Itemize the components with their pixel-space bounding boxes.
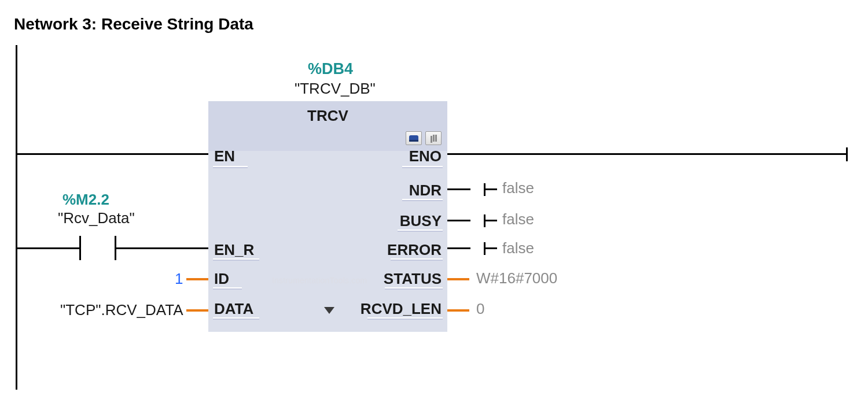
port-rcvd-len: RCVD_LEN	[361, 300, 442, 318]
value-data[interactable]: "TCP".RCV_DATA	[60, 301, 183, 319]
value-status: W#16#7000	[476, 269, 557, 287]
stub-rcvd-len	[447, 309, 469, 312]
port-status: STATUS	[384, 270, 442, 288]
rung-en	[16, 153, 208, 155]
rung-en-r-left	[16, 247, 79, 249]
port-error: ERROR	[387, 241, 442, 259]
contact-name: "Rcv_Data"	[58, 209, 135, 227]
rung-eno	[447, 153, 848, 155]
port-en: EN	[214, 147, 235, 165]
stub-status	[447, 278, 469, 280]
port-id: ID	[214, 270, 229, 288]
stub-error	[447, 247, 470, 249]
stub-ndr	[447, 188, 470, 190]
instance-icon[interactable]	[406, 131, 422, 145]
port-eno: ENO	[409, 147, 442, 165]
options-icon[interactable]	[425, 131, 442, 145]
value-id[interactable]: 1	[175, 270, 183, 288]
value-rcvd-len: 0	[476, 300, 484, 318]
db-name: "TRCV_DB"	[295, 80, 376, 98]
value-ndr: false	[502, 179, 534, 197]
value-error: false	[502, 239, 534, 257]
db-symbol: %DB4	[308, 60, 353, 78]
port-en-r: EN_R	[214, 241, 254, 259]
expand-icon[interactable]	[324, 307, 334, 314]
fb-toolbar	[406, 131, 442, 145]
network-title: Network 3: Receive String Data	[14, 15, 253, 34]
fb-name: TRCV	[208, 107, 447, 125]
conn-id	[186, 278, 208, 280]
power-rail-left	[16, 45, 17, 390]
contact-right	[115, 236, 116, 260]
fb-trcv[interactable]: TRCV EN EN_R ID DATA ENO NDR BUSY ERROR …	[208, 101, 447, 332]
port-busy: BUSY	[400, 212, 442, 230]
contact-left	[79, 236, 81, 260]
port-ndr: NDR	[409, 182, 442, 199]
contact-address: %M2.2	[62, 191, 109, 209]
conn-data	[186, 309, 208, 312]
watermark: InstrumentationTools.com	[272, 276, 367, 285]
port-data: DATA	[214, 300, 253, 318]
ladder-canvas: Network 3: Receive String Data %M2.2 "Rc…	[0, 0, 868, 396]
eno-end	[846, 147, 848, 161]
value-busy: false	[502, 210, 534, 228]
stub-busy	[447, 220, 470, 221]
rung-en-r-right	[115, 247, 208, 249]
